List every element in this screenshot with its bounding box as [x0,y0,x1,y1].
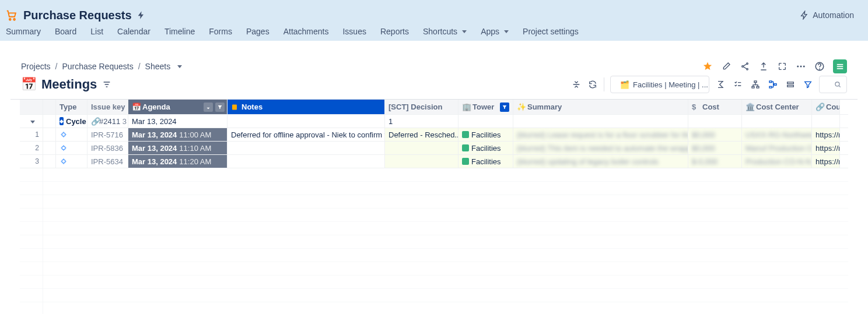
cost-cell[interactable]: $0,000 [688,128,742,141]
edit-icon[interactable] [721,61,732,72]
checklist-icon[interactable] [733,79,743,90]
calendar-emoji-icon: 📅 [21,77,37,92]
tab-pages[interactable]: Pages [246,27,270,36]
col-header-coup[interactable]: 🔗 Coup [812,100,840,114]
chevron-down-icon[interactable] [28,117,35,125]
tree-blue-icon[interactable] [768,79,778,90]
tab-timeline[interactable]: Timeline [164,27,195,36]
agenda-cell[interactable]: Mar 13, 202411:20 AM [128,155,228,168]
share-icon[interactable] [740,61,750,72]
summary-cell[interactable]: (blurred) This item is needed to automat… [513,142,688,154]
table-row[interactable]: 1 IPR-5716 Mar 13, 202411:00 AM Deferred… [20,128,848,142]
automation-button[interactable]: Automation [800,10,863,20]
col-header-tower[interactable]: 🏢 Tower [459,100,513,114]
tab-shortcuts[interactable]: Shortcuts [423,27,467,36]
svg-point-6 [800,66,802,68]
table-row[interactable]: 3 IPR-5634 Mar 13, 202411:20 AM Faciliti… [20,155,848,168]
refresh-icon[interactable] [587,79,598,90]
sort-arrow-icon[interactable] [204,103,213,112]
coup-cell[interactable]: https://ri [812,142,840,154]
issue-key[interactable]: IPR-5836 [88,142,128,154]
bolt-icon[interactable] [136,10,146,20]
tab-board[interactable]: Board [55,27,76,36]
issue-key[interactable]: IPR-5716 [88,128,128,141]
col-header-summary[interactable]: ✨ Summary [513,100,688,114]
decision-cell[interactable] [385,142,459,154]
search-input[interactable] [819,76,847,93]
svg-point-25 [62,133,65,136]
col-header-cost-center[interactable]: 🏛️ Cost Center [742,100,812,114]
row-height-icon[interactable] [785,79,796,90]
grid-header-row: Type Issue key 📅 Agenda [20,100,848,115]
svg-rect-12 [837,68,844,69]
row-number: 2 [20,142,43,154]
summary-cell[interactable]: (blurred) Lease request is for a floor s… [513,128,688,141]
issue-key[interactable]: IPR-5634 [88,155,128,168]
notes-cell[interactable]: Deferred for offline approval - Niek to … [228,128,385,141]
tab-reports[interactable]: Reports [380,27,409,36]
tab-summary[interactable]: Summary [6,27,41,36]
breadcrumb-project[interactable]: Purchase Requests [62,62,133,71]
filter-active-icon[interactable] [500,103,509,112]
decision-cell[interactable] [385,155,459,168]
decision-cell[interactable]: Deferred - Resched... [385,128,459,141]
filter-lines-icon[interactable] [102,79,112,90]
tower-cell[interactable]: Facilities [459,128,513,141]
data-grid: Type Issue key 📅 Agenda [10,99,858,314]
more-icon[interactable] [796,61,806,72]
filter-blue-icon[interactable] [803,79,813,90]
summary-cell[interactable]: (blurred) updating of legacy boiler cont… [513,155,688,168]
notes-cell[interactable] [228,142,385,154]
svg-rect-10 [837,64,844,65]
col-header-type[interactable]: Type [56,100,88,114]
col-header-agenda[interactable]: 📅 Agenda [128,100,228,114]
tab-forms[interactable]: Forms [209,27,232,36]
cost-cell[interactable]: $-0,000 [688,155,742,168]
tab-issues[interactable]: Issues [342,27,366,36]
col-header-decision[interactable]: [SCT] Decision [385,100,459,114]
export-icon[interactable] [758,61,769,72]
tower-cell[interactable]: Facilities [459,155,513,168]
cost-cell[interactable]: $0,000 [688,142,742,154]
tab-calendar[interactable]: Calendar [117,27,150,36]
chevron-down-icon[interactable] [177,65,182,68]
coup-cell[interactable]: https://ri [812,128,840,141]
svg-point-9 [820,69,820,69]
tab-list[interactable]: List [90,27,103,36]
agenda-cell[interactable]: Mar 13, 202411:00 AM [128,128,228,141]
star-icon[interactable] [702,61,713,72]
col-header-cost[interactable]: $ Cost [688,100,742,114]
view-selector[interactable]: 🗂️ Facilities | Meeting | ... [610,76,709,93]
app-badge-icon[interactable] [833,59,847,73]
breadcrumb-projects[interactable]: Projects [21,62,51,71]
col-header-notes[interactable]: Notes [228,100,385,114]
row-number: 3 [20,155,43,168]
help-icon[interactable] [814,61,825,72]
tab-attachments[interactable]: Attachments [284,27,329,36]
tower-cell[interactable]: Facilities [459,142,513,154]
notes-cell[interactable] [228,155,385,168]
svg-point-5 [797,66,799,68]
agenda-cell[interactable]: Mar 13, 202411:10 AM [128,142,228,154]
expand-icon[interactable] [777,61,788,72]
sigma-icon[interactable] [715,79,726,90]
empty-grid-area[interactable] [20,168,848,314]
cost-center-cell[interactable]: USXX-RG-Northwest [742,128,812,141]
svg-point-1 [13,19,15,20]
project-icon [5,8,19,22]
table-row[interactable]: 2 IPR-5836 Mar 13, 202411:10 AM Faciliti… [20,142,848,155]
cost-center-cell[interactable]: Manuf Production Ctr [742,142,812,154]
cost-center-cell[interactable]: Production CO-N-N... [742,155,812,168]
breadcrumb-sheets[interactable]: Sheets [145,62,171,71]
group-row[interactable]: ◆ Cycle 🔗 #2411 3 is Mar 13, 2024 1 [20,115,848,128]
tab-apps[interactable]: Apps [481,27,509,36]
col-header-issue-key[interactable]: Issue key [88,100,128,114]
hierarchy-icon[interactable] [750,79,761,90]
issue-type-icon [60,144,68,152]
coup-cell[interactable]: https://ri [812,155,840,168]
tab-project-settings[interactable]: Project settings [523,27,579,36]
automation-label: Automation [813,10,854,20]
collapse-rows-icon[interactable] [571,79,582,90]
filter-mini-icon[interactable] [215,103,225,112]
svg-rect-22 [788,85,794,87]
